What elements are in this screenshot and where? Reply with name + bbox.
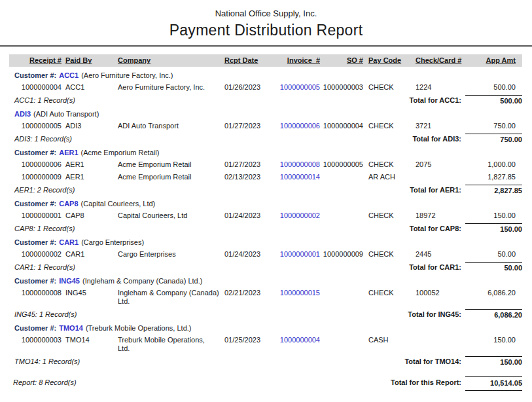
rcpt-date-cell: 01/26/2023 [223,83,279,92]
customer-number-label: Customer #: [14,71,56,79]
customer-code-link[interactable]: ING45 [59,277,80,285]
report-footer: Report: 8 Record(s) Total for this Repor… [9,376,522,391]
customer-name: (Cargo Enterprises) [81,238,144,246]
customer-code-link[interactable]: AER1 [59,149,78,156]
customer-section: Customer #:ING45(Ingleham & Company (Can… [9,274,522,320]
customer-code-link[interactable]: TMO14 [59,324,83,332]
section-footer: CAP8: 1 Record(s) Total for CAP8: 150.00 [9,222,522,234]
pay-code-cell: AR ACH [363,173,413,181]
paid-by-cell: CAP8 [63,211,116,220]
invoice-link[interactable]: 1000000004 [279,336,320,344]
title-divider-rule [0,45,532,47]
section-record-count: CAP8: 1 Record(s) [9,223,361,233]
customer-section: Customer #:TMO14(Treburk Mobile Operatio… [9,321,522,367]
pay-code-cell: CHECK [363,289,413,297]
invoice-link[interactable]: 1000000002 [279,211,320,220]
so-cell: 1000000005 [320,160,363,169]
receipt-cell: 1000000006 [9,160,63,169]
section-rows: 1000000006 AER1 Acme Emporium Retail 01/… [9,158,522,183]
paid-by-cell: CAR1 [63,250,116,259]
section-total-amount: 2,827.85 [465,185,522,195]
section-total-amount: 150.00 [465,356,522,367]
customer-number-label: Customer #: [14,149,56,156]
invoice-link[interactable]: 1000000005 [279,83,320,92]
customer-code-link[interactable]: CAR1 [59,238,79,246]
pay-code-cell: CHECK [363,160,413,169]
customer-section: Customer #:ACC1(Aero Furniture Factory, … [9,69,522,106]
section-record-count: AER1: 2 Record(s) [9,185,361,194]
report-total-label: Total for this Report: [361,376,465,387]
column-header-check-card: Check/Card # [413,56,459,65]
section-total-label: Total for ADI3: [361,134,465,143]
column-header-app-amt: App Amt [459,56,516,65]
receipt-cell: 1000000003 [9,336,63,344]
section-rows: 1000000004 ACC1 Aero Furniture Factory, … [9,81,522,94]
column-header-so: SO # [320,56,363,65]
payment-row: 1000000002 CAR1 Cargo Enterprises 01/24/… [9,248,522,261]
check-card-cell: 18972 [413,211,459,220]
app-amt-cell: 6,086.20 [459,289,516,297]
payment-row: 1000000009 AER1 Acme Emporium Retail 02/… [9,171,522,183]
section-record-count: CAR1: 1 Record(s) [9,262,361,272]
rcpt-date-cell: 01/27/2023 [223,160,279,169]
pay-code-cell: CASH [363,336,413,344]
customer-name: (Acme Emporium Retail) [81,149,160,156]
so-cell: 1000000003 [320,83,363,92]
customer-name: (Capital Courieers, Ltd) [81,200,156,208]
section-rows: 1000000002 CAR1 Cargo Enterprises 01/24/… [9,248,522,261]
section-total-label: Total for AER1: [361,185,465,194]
customer-header: Customer #:CAP8(Capital Courieers, Ltd) [9,197,522,210]
company-cell: Acme Emporium Retail [116,173,223,181]
customer-section: Customer #:AER1(Acme Emporium Retail) 10… [9,146,522,196]
pay-code-cell: CHECK [363,122,413,130]
customer-code-link[interactable]: CAP8 [59,200,78,208]
receipt-cell: 1000000009 [9,173,63,181]
paid-by-cell: AER1 [63,160,116,169]
app-amt-cell: 50.00 [459,250,516,259]
invoice-link[interactable]: 1000000001 [279,250,320,259]
report-record-count: Report: 8 Record(s) [9,376,361,387]
section-total-label: Total for CAR1: [361,262,465,272]
payment-row: 1000000003 TMO14 Treburk Mobile Operatio… [9,334,522,355]
section-record-count: ACC1: 1 Record(s) [9,95,361,105]
app-amt-cell: 1,000.00 [459,160,516,169]
customer-code-link[interactable]: ACC1 [59,71,79,79]
paid-by-cell: AER1 [63,173,116,181]
company-cell: Acme Emporium Retail [116,160,223,169]
customer-number-label: Customer #: [14,238,56,246]
payment-row: 1000000001 CAP8 Capital Courieers, Ltd 0… [9,210,522,222]
section-total-amount: 6,086.20 [465,309,522,320]
paid-by-cell: ING45 [63,289,116,297]
pay-code-cell: CHECK [363,250,413,259]
customer-number-label: Customer #: [14,324,56,332]
receipt-cell: 1000000004 [9,83,63,92]
customer-header: Customer #:TMO14(Treburk Mobile Operatio… [9,321,522,334]
customer-header: Customer #:ING45(Ingleham & Company (Can… [9,274,522,287]
section-record-count: ADI3: 1 Record(s) [9,134,361,143]
company-cell: Aero Furniture Factory, Inc. [116,83,223,92]
company-cell: Ingleham & Company (Canada) Ltd. [116,289,223,306]
customer-name: (Treburk Mobile Operations, Ltd.) [86,324,192,332]
rcpt-date-cell: 02/13/2023 [223,173,279,181]
check-card-cell: 2075 [413,160,459,169]
section-footer: CAR1: 1 Record(s) Total for CAR1: 50.00 [9,261,522,273]
company-name: National Office Supply, Inc. [0,0,532,18]
invoice-link[interactable]: 1000000006 [279,122,320,130]
customer-header: Customer #:ACC1(Aero Furniture Factory, … [9,69,522,81]
invoice-link[interactable]: 1000000015 [279,289,320,297]
invoice-link[interactable]: 1000000008 [279,160,320,169]
column-header-invoice: Invoice # [279,56,320,65]
invoice-link[interactable]: 1000000014 [279,173,320,181]
section-record-count: ING45: 1 Record(s) [9,309,361,319]
company-cell: Capital Courieers, Ltd [116,211,223,220]
rcpt-date-cell: 01/24/2023 [223,211,279,220]
company-cell: Treburk Mobile Operations, Ltd. [116,336,223,353]
customer-code-link[interactable]: ADI3 [14,110,31,118]
column-header-company: Company [116,56,223,65]
section-rows: 1000000008 ING45 Ingleham & Company (Can… [9,287,522,308]
report-total-amount: 10,514.05 [465,376,522,391]
customer-section: Customer #:CAP8(Capital Courieers, Ltd) … [9,197,522,234]
payment-row: 1000000005 ADI3 ADI Auto Transport 01/27… [9,120,522,132]
section-total-amount: 500.00 [465,95,522,105]
so-cell: 1000000004 [320,122,363,130]
